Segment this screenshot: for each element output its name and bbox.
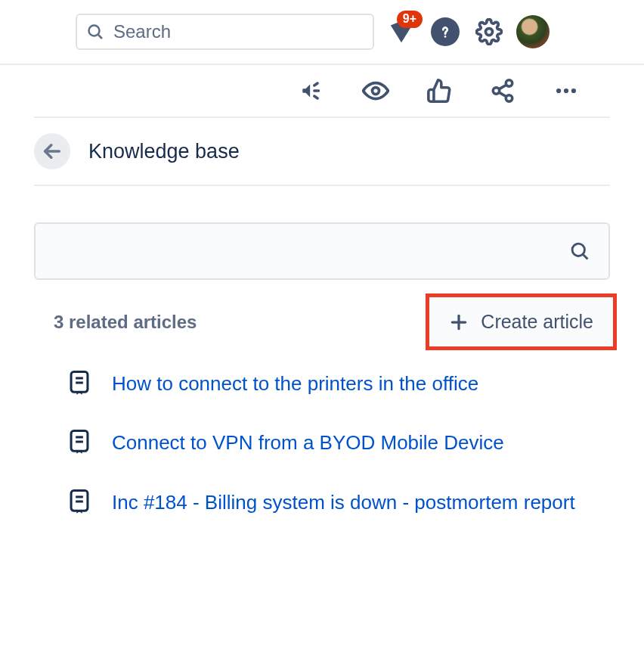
back-button[interactable] — [34, 133, 70, 169]
watch-button[interactable] — [362, 77, 389, 104]
avatar[interactable] — [516, 15, 550, 48]
help-button[interactable] — [429, 15, 462, 48]
article-item[interactable]: How to connect to the printers in the of… — [68, 368, 610, 399]
svg-line-15 — [584, 255, 588, 259]
plus-icon — [449, 312, 469, 332]
svg-line-8 — [499, 85, 506, 89]
settings-button[interactable] — [472, 15, 506, 48]
article-icon — [68, 429, 91, 455]
svg-point-7 — [506, 95, 512, 102]
svg-point-12 — [571, 88, 576, 93]
share-icon — [490, 78, 516, 104]
gear-icon — [475, 18, 503, 45]
announce-button[interactable] — [299, 77, 326, 104]
eye-icon — [362, 76, 389, 105]
svg-point-11 — [564, 88, 568, 93]
breadcrumb: Knowledge base — [34, 118, 610, 186]
svg-point-2 — [444, 36, 447, 38]
svg-point-3 — [486, 29, 493, 36]
action-bar — [34, 65, 610, 118]
global-search-input[interactable]: Search — [76, 14, 374, 50]
search-icon — [86, 23, 104, 41]
notifications-button[interactable]: 9+ — [385, 15, 418, 48]
top-bar: Search 9+ — [0, 0, 644, 65]
more-actions-button[interactable] — [553, 77, 580, 104]
svg-point-4 — [373, 88, 379, 95]
article-list: How to connect to the printers in the of… — [68, 368, 610, 517]
search-icon — [569, 241, 590, 262]
svg-point-0 — [89, 26, 100, 36]
thumbs-up-icon — [426, 78, 452, 104]
svg-point-10 — [556, 88, 561, 93]
like-button[interactable] — [426, 77, 453, 104]
more-horizontal-icon — [553, 78, 579, 104]
help-icon — [437, 23, 454, 40]
svg-point-14 — [572, 244, 584, 256]
create-article-label: Create article — [481, 311, 593, 333]
notification-badge: 9+ — [397, 11, 423, 28]
create-article-button[interactable]: Create article — [426, 293, 617, 350]
article-icon — [68, 370, 91, 396]
related-header-row: 3 related articles Create article — [34, 293, 617, 350]
page-title: Knowledge base — [88, 140, 240, 163]
article-icon — [68, 489, 91, 514]
svg-line-9 — [499, 92, 506, 97]
share-button[interactable] — [489, 77, 516, 104]
article-link[interactable]: Inc #184 - Billing system is down - post… — [112, 487, 575, 517]
article-item[interactable]: Inc #184 - Billing system is down - post… — [68, 487, 610, 517]
article-link[interactable]: How to connect to the printers in the of… — [112, 368, 478, 399]
search-placeholder: Search — [113, 21, 171, 42]
svg-point-5 — [506, 80, 512, 87]
svg-line-1 — [98, 35, 102, 39]
article-item[interactable]: Connect to VPN from a BYOD Mobile Device — [68, 427, 610, 458]
article-link[interactable]: Connect to VPN from a BYOD Mobile Device — [112, 427, 504, 458]
related-count-label: 3 related articles — [34, 312, 216, 333]
arrow-left-icon — [42, 141, 63, 162]
kb-search-input[interactable] — [34, 222, 610, 280]
svg-point-6 — [493, 88, 500, 95]
megaphone-icon — [299, 78, 325, 104]
